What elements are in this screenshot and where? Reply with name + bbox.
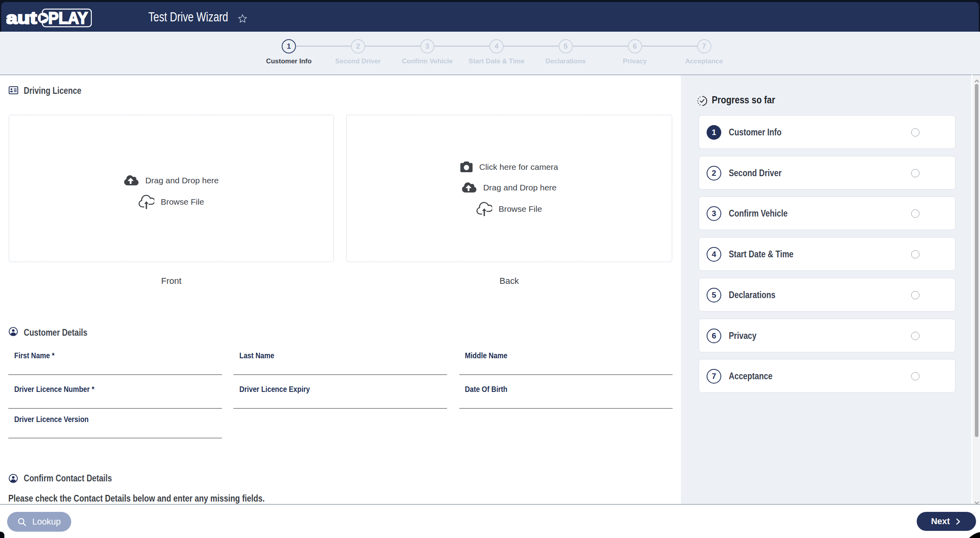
svg-text:aut: aut bbox=[6, 9, 37, 27]
svg-text:PLAY: PLAY bbox=[48, 9, 88, 27]
